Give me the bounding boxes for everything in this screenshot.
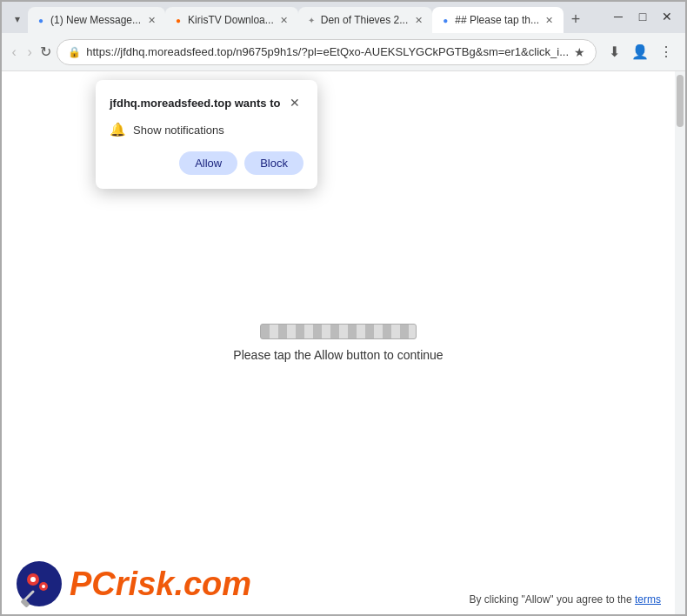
tab-favicon-4: ● (439, 14, 451, 26)
popup-header: jfdhq.moreadsfeed.top wants to ✕ (110, 94, 303, 111)
browser-frame: ▾ ● (1) New Message... ✕ ● KirisTV Downl… (0, 0, 687, 616)
tab-scroll-arrow[interactable]: ▾ (7, 7, 28, 31)
popup-notification-row: 🔔 Show notifications (110, 122, 303, 137)
browser-tab-4[interactable]: ● ## Please tap th... ✕ (432, 7, 564, 33)
refresh-button[interactable]: ↻ (40, 40, 51, 64)
footer-terms-link[interactable]: terms (635, 593, 661, 606)
window-controls: ─ □ ✕ (607, 7, 678, 26)
browser-tab-1[interactable]: ● (1) New Message... ✕ (28, 7, 165, 33)
pcrisk-risk: risk (116, 566, 175, 602)
tab-title-4: ## Please tap th... (455, 14, 539, 26)
popup-close-button[interactable]: ✕ (286, 94, 303, 111)
toolbar-icons: ⬇ 👤 ⋮ (602, 40, 678, 64)
pcrisk-pc: PC (70, 566, 116, 602)
lock-icon: 🔒 (68, 46, 81, 58)
tab-favicon-3: ✦ (305, 14, 317, 26)
bell-icon: 🔔 (110, 122, 126, 137)
popup-buttons: Allow Block (110, 151, 303, 175)
tab-title-1: (1) New Message... (50, 14, 141, 26)
maximize-button[interactable]: □ (631, 7, 654, 26)
tab-favicon-2: ● (172, 14, 184, 26)
scrollbar-thumb[interactable] (677, 75, 684, 127)
tab-title-2: KirisTV Downloa... (188, 14, 274, 26)
page-instruction: Please tap the Allow button to continue (233, 348, 443, 362)
notification-popup: jfdhq.moreadsfeed.top wants to ✕ 🔔 Show … (96, 80, 317, 189)
browser-toolbar: ‹ › ↻ 🔒 https://jfdhq.moreadsfeed.top/n9… (2, 33, 685, 71)
browser-tab-2[interactable]: ● KirisTV Downloa... ✕ (165, 7, 298, 33)
address-bar[interactable]: 🔒 https://jfdhq.moreadsfeed.top/n9675p9h… (57, 39, 597, 65)
back-button[interactable]: ‹ (9, 40, 19, 64)
minimize-button[interactable]: ─ (607, 7, 630, 26)
footer-terms-text: By clicking "Allow" you agree to the (469, 593, 635, 606)
bookmark-icon[interactable]: ★ (574, 45, 585, 59)
progress-bar (260, 324, 417, 339)
svg-point-4 (42, 585, 45, 588)
url-text: https://jfdhq.moreadsfeed.top/n9675p9h1s… (86, 45, 569, 58)
new-tab-button[interactable]: + (564, 7, 588, 31)
profile-button[interactable]: 👤 (628, 40, 652, 64)
allow-button[interactable]: Allow (179, 151, 237, 175)
download-button[interactable]: ⬇ (602, 40, 626, 64)
tab-close-1[interactable]: ✕ (144, 13, 158, 27)
svg-point-2 (30, 577, 36, 582)
block-button[interactable]: Block (244, 151, 303, 175)
content-area: jfdhq.moreadsfeed.top wants to ✕ 🔔 Show … (2, 71, 685, 614)
scrollbar[interactable] (675, 71, 685, 614)
pcrisk-text: PCrisk.com (70, 567, 251, 600)
tab-close-2[interactable]: ✕ (277, 13, 291, 27)
tab-close-3[interactable]: ✕ (411, 13, 425, 27)
footer-logo: PCrisk.com By clicking "Allow" you agree… (2, 560, 675, 614)
notification-label: Show notifications (133, 124, 224, 137)
menu-button[interactable]: ⋮ (654, 40, 678, 64)
tab-title-3: Den of Thieves 2... (321, 14, 409, 26)
pcrisk-logo: PCrisk.com (16, 560, 251, 607)
forward-button[interactable]: › (24, 40, 35, 64)
tab-bar: ▾ ● (1) New Message... ✕ ● KirisTV Downl… (2, 2, 685, 33)
pcrisk-com: .com (174, 566, 251, 602)
browser-tab-3[interactable]: ✦ Den of Thieves 2... ✕ (298, 7, 433, 33)
close-button[interactable]: ✕ (656, 7, 678, 26)
footer-terms: By clicking "Allow" you agree to the ter… (469, 593, 661, 607)
pcrisk-logo-icon (16, 560, 63, 607)
tab-close-4[interactable]: ✕ (543, 13, 557, 27)
tab-favicon-1: ● (35, 14, 47, 26)
popup-title: jfdhq.moreadsfeed.top wants to (110, 97, 280, 110)
progress-bar-wrap (260, 324, 417, 339)
